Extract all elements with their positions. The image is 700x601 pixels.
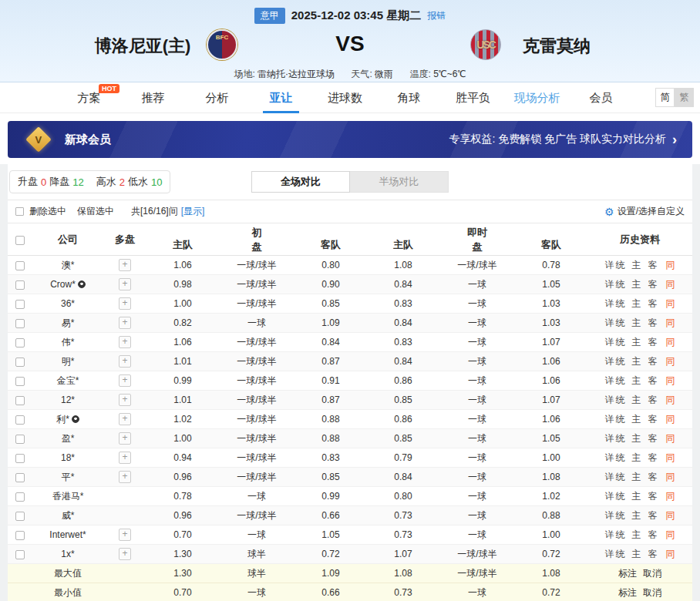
tab-full-compare[interactable]: 全场对比 xyxy=(251,171,350,193)
row-checkbox[interactable] xyxy=(15,531,25,540)
history-link-1[interactable]: 统 xyxy=(616,297,625,311)
history-link-2[interactable]: 主 xyxy=(632,432,641,445)
multi-expand-button[interactable]: + xyxy=(119,471,131,483)
company-name[interactable]: 36* xyxy=(61,298,75,309)
show-link[interactable]: [显示] xyxy=(181,205,205,218)
history-link-0[interactable]: 详 xyxy=(605,509,614,522)
multi-expand-button[interactable]: + xyxy=(119,278,131,290)
history-link-3[interactable]: 客 xyxy=(648,278,658,291)
history-link-4[interactable]: 同 xyxy=(666,452,675,465)
delete-selected-link[interactable]: 删除选中 xyxy=(29,205,66,218)
history-link-4[interactable]: 同 xyxy=(666,259,675,272)
company-name[interactable]: Crow* xyxy=(50,279,76,290)
select-checkbox-icon[interactable] xyxy=(15,207,24,216)
multi-expand-button[interactable]: + xyxy=(119,355,131,368)
multi-expand-button[interactable]: + xyxy=(119,394,131,406)
history-link-4[interactable]: 同 xyxy=(666,297,675,311)
row-checkbox[interactable] xyxy=(15,358,25,367)
history-link-3[interactable]: 客 xyxy=(648,529,658,542)
tab-huiyuan[interactable]: 会员 xyxy=(569,82,633,113)
tab-half-compare[interactable]: 半场对比 xyxy=(350,171,449,193)
row-checkbox[interactable] xyxy=(15,492,25,502)
history-link-0[interactable]: 详 xyxy=(605,452,614,465)
history-link-1[interactable]: 统 xyxy=(616,259,625,272)
history-link-1[interactable]: 统 xyxy=(616,278,625,291)
company-name[interactable]: 明* xyxy=(62,355,75,368)
tab-tuijian[interactable]: 推荐 xyxy=(121,82,185,113)
multi-expand-button[interactable]: + xyxy=(119,413,131,425)
history-link-1[interactable]: 统 xyxy=(616,509,625,522)
history-link-0[interactable]: 详 xyxy=(605,529,614,542)
history-link-4[interactable]: 同 xyxy=(666,413,675,426)
history-link-4[interactable]: 同 xyxy=(666,471,675,484)
history-link-2[interactable]: 主 xyxy=(632,509,641,522)
history-link-1[interactable]: 统 xyxy=(616,374,625,388)
history-link-1[interactable]: 统 xyxy=(616,317,625,330)
history-link-3[interactable]: 客 xyxy=(648,452,658,465)
company-name[interactable]: 平* xyxy=(62,471,75,484)
history-link-2[interactable]: 主 xyxy=(632,278,641,291)
history-link-2[interactable]: 主 xyxy=(632,297,641,311)
history-link-0[interactable]: 详 xyxy=(605,471,614,484)
history-link-1[interactable]: 统 xyxy=(616,394,625,407)
company-name[interactable]: 1x* xyxy=(61,549,74,559)
history-link-0[interactable]: 详 xyxy=(605,336,614,349)
multi-expand-button[interactable]: + xyxy=(119,529,131,541)
history-link-4[interactable]: 同 xyxy=(666,529,675,542)
history-link-1[interactable]: 统 xyxy=(616,490,625,503)
multi-expand-button[interactable]: + xyxy=(119,259,131,271)
row-checkbox[interactable] xyxy=(15,261,25,270)
history-link-1[interactable]: 统 xyxy=(616,452,625,465)
history-link-0[interactable]: 详 xyxy=(605,548,614,561)
row-checkbox[interactable] xyxy=(15,550,25,559)
mark-link[interactable]: 标注 xyxy=(618,586,637,599)
lang-traditional-button[interactable]: 繁 xyxy=(675,88,694,107)
history-link-1[interactable]: 统 xyxy=(616,471,625,484)
history-link-4[interactable]: 同 xyxy=(666,317,675,330)
history-link-3[interactable]: 客 xyxy=(648,394,658,407)
tab-yarang[interactable]: 亚让 xyxy=(249,82,313,113)
row-checkbox[interactable] xyxy=(15,280,25,290)
row-checkbox[interactable] xyxy=(15,473,25,482)
tab-jiaoqiu[interactable]: 角球 xyxy=(377,82,441,113)
tab-jinqiushu[interactable]: 进球数 xyxy=(313,82,377,113)
league-badge[interactable]: 意甲 xyxy=(254,8,285,24)
company-name[interactable]: 澳* xyxy=(62,259,75,272)
history-link-3[interactable]: 客 xyxy=(648,355,658,368)
history-link-0[interactable]: 详 xyxy=(605,374,614,388)
multi-expand-button[interactable]: + xyxy=(119,374,131,387)
row-checkbox[interactable] xyxy=(15,512,25,521)
history-link-4[interactable]: 同 xyxy=(666,548,675,561)
history-link-4[interactable]: 同 xyxy=(666,336,675,349)
multi-expand-button[interactable]: + xyxy=(119,336,131,348)
history-link-4[interactable]: 同 xyxy=(666,490,675,503)
history-link-3[interactable]: 客 xyxy=(648,374,658,388)
company-name[interactable]: 威* xyxy=(62,509,75,522)
report-error-link[interactable]: 报错 xyxy=(427,9,446,22)
history-link-2[interactable]: 主 xyxy=(632,259,641,272)
history-link-3[interactable]: 客 xyxy=(648,336,658,349)
row-checkbox[interactable] xyxy=(15,435,25,444)
history-link-4[interactable]: 同 xyxy=(666,374,675,388)
history-link-0[interactable]: 详 xyxy=(605,259,614,272)
multi-expand-button[interactable]: + xyxy=(119,452,131,464)
history-link-3[interactable]: 客 xyxy=(648,471,658,484)
row-checkbox[interactable] xyxy=(15,396,25,405)
multi-expand-button[interactable]: + xyxy=(119,548,131,560)
row-checkbox[interactable] xyxy=(15,338,25,348)
row-checkbox[interactable] xyxy=(15,319,25,328)
history-link-2[interactable]: 主 xyxy=(632,336,641,349)
history-link-0[interactable]: 详 xyxy=(605,432,614,445)
row-checkbox[interactable] xyxy=(15,415,25,425)
history-link-2[interactable]: 主 xyxy=(632,490,641,503)
history-link-1[interactable]: 统 xyxy=(616,529,625,542)
history-link-3[interactable]: 客 xyxy=(648,259,658,272)
history-link-3[interactable]: 客 xyxy=(648,317,658,330)
company-name[interactable]: 易* xyxy=(62,317,75,330)
keep-selected-link[interactable]: 保留选中 xyxy=(77,205,114,218)
row-checkbox[interactable] xyxy=(15,454,25,463)
company-name[interactable]: 金宝* xyxy=(57,374,79,388)
history-link-2[interactable]: 主 xyxy=(632,374,641,388)
header-checkbox[interactable] xyxy=(15,236,25,245)
history-link-3[interactable]: 客 xyxy=(648,548,658,561)
